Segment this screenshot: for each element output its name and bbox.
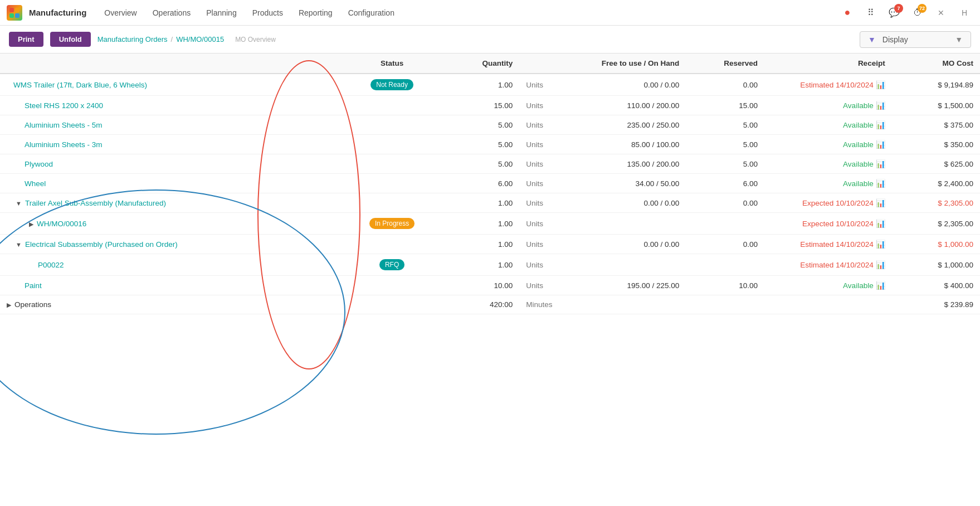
th-status: Status xyxy=(343,53,441,74)
th-unit xyxy=(519,53,568,74)
receipt-available: Available 📊 xyxy=(771,101,885,110)
reserved-cell: 5.00 xyxy=(686,154,764,174)
display-dropdown[interactable]: ▼ Display ▼ xyxy=(860,31,971,48)
table-row: ▼Electrical Subassembly (Purchased on Or… xyxy=(0,235,980,254)
mo-cost-link[interactable]: $ 1,000.00 xyxy=(938,240,973,249)
close-icon-btn[interactable]: ✕ xyxy=(932,4,950,22)
unit-cell: Units xyxy=(519,135,568,154)
expand-arrow[interactable]: ▶ xyxy=(7,301,11,308)
nav-planning[interactable]: Planning xyxy=(199,6,243,20)
receipt-cell: Estimated 14/10/2024 📊 xyxy=(764,254,892,276)
status-cell: Not Ready xyxy=(343,74,441,96)
nav-overview[interactable]: Overview xyxy=(97,6,143,20)
expand-arrow[interactable]: ▼ xyxy=(7,200,22,207)
nav-products[interactable]: Products xyxy=(246,6,290,20)
breadcrumb-parent[interactable]: Manufacturing Orders xyxy=(97,35,168,43)
th-receipt: Receipt xyxy=(764,53,892,74)
page-subtitle: MO Overview xyxy=(235,36,276,43)
row-name-link[interactable]: Plywood xyxy=(25,160,53,168)
unit-cell: Units xyxy=(519,276,568,295)
mo-cost-value: $ 400.00 xyxy=(944,281,973,290)
chart-icon: 📊 xyxy=(876,198,885,207)
mo-cost-value: $ 2,400.00 xyxy=(938,179,973,188)
status-badge: In Progress xyxy=(369,218,415,229)
red-dot-btn[interactable]: ● xyxy=(838,4,856,22)
free-to-use-cell: 0.00 / 0.00 xyxy=(568,74,686,96)
reserved-cell xyxy=(686,254,764,276)
chat-icon-btn[interactable]: 💬 7 xyxy=(885,4,903,22)
user-btn[interactable]: H xyxy=(955,4,973,22)
nav-operations[interactable]: Operations xyxy=(146,6,197,20)
free-to-use-cell: 135.00 / 200.00 xyxy=(568,154,686,174)
status-badge: RFQ xyxy=(379,259,404,270)
secondary-bar: Print Unfold Manufacturing Orders / WH/M… xyxy=(0,26,980,53)
table-header-row: Status Quantity Free to use / On Hand Re… xyxy=(0,53,980,74)
row-name-link[interactable]: Aluminium Sheets - 5m xyxy=(25,121,103,129)
status-cell: In Progress xyxy=(343,213,441,235)
reserved-cell: 6.00 xyxy=(686,174,764,193)
mo-cost-cell: $ 2,400.00 xyxy=(892,174,980,193)
status-cell xyxy=(343,295,441,314)
receipt-cell: Estimated 14/10/2024 📊 xyxy=(764,74,892,96)
receipt-cell: Available 📊 xyxy=(764,96,892,115)
status-badge: Not Ready xyxy=(370,79,413,90)
expand-arrow[interactable]: ▼ xyxy=(7,241,22,248)
row-name: Operations xyxy=(14,300,51,309)
chat-badge: 7 xyxy=(894,4,903,13)
receipt-available: Available 📊 xyxy=(771,159,885,168)
row-name-link[interactable]: Paint xyxy=(25,281,42,290)
unit-cell: Units xyxy=(519,154,568,174)
expand-arrow[interactable]: ▶ xyxy=(7,221,33,227)
free-to-use-cell: 110.00 / 200.00 xyxy=(568,96,686,115)
th-quantity: Quantity xyxy=(441,53,520,74)
table-row: P00022RFQ1.00UnitsEstimated 14/10/2024 📊… xyxy=(0,254,980,276)
receipt-date: Estimated 14/10/2024 📊 xyxy=(771,80,885,89)
mo-overview-table: Status Quantity Free to use / On Hand Re… xyxy=(0,53,980,314)
status-cell xyxy=(343,235,441,254)
row-name-link[interactable]: Trailer Axel Sub-Assembly (Manufactured) xyxy=(25,199,166,207)
quantity-cell: 15.00 xyxy=(441,96,520,115)
print-button[interactable]: Print xyxy=(9,32,43,47)
mo-cost-cell: $ 2,305.00 xyxy=(892,193,980,213)
mo-cost-cell: $ 350.00 xyxy=(892,135,980,154)
unit-cell: Units xyxy=(519,115,568,135)
row-name-link[interactable]: Aluminium Sheets - 3m xyxy=(25,140,103,149)
table-row: ▼Trailer Axel Sub-Assembly (Manufactured… xyxy=(0,193,980,213)
th-name xyxy=(0,53,343,74)
grid-icon-btn[interactable]: ⠿ xyxy=(862,4,880,22)
receipt-cell: Expected 10/10/2024 📊 xyxy=(764,193,892,213)
mo-cost-value: $ 625.00 xyxy=(944,160,973,168)
status-cell xyxy=(343,193,441,213)
quantity-cell: 1.00 xyxy=(441,74,520,96)
status-cell xyxy=(343,135,441,154)
svg-rect-1 xyxy=(15,8,19,12)
mo-cost-cell: $ 1,000.00 xyxy=(892,254,980,276)
breadcrumb-current[interactable]: WH/MO/00015 xyxy=(176,35,224,43)
free-to-use-cell: 235.00 / 250.00 xyxy=(568,115,686,135)
unfold-button[interactable]: Unfold xyxy=(50,32,91,47)
row-name-link[interactable]: P00022 xyxy=(38,261,64,269)
mo-cost-cell: $ 625.00 xyxy=(892,154,980,174)
reserved-cell xyxy=(686,295,764,314)
clock-icon-btn[interactable]: ⏱ 72 xyxy=(909,4,927,22)
row-name-link[interactable]: WH/MO/00016 xyxy=(37,220,86,228)
mo-cost-value: $ 9,194.89 xyxy=(938,81,973,89)
status-cell xyxy=(343,115,441,135)
mo-cost-cell: $ 375.00 xyxy=(892,115,980,135)
receipt-cell xyxy=(764,295,892,314)
receipt-cell: Available 📊 xyxy=(764,135,892,154)
row-name-link[interactable]: WMS Trailer (17ft, Dark Blue, 6 Wheels) xyxy=(13,81,147,89)
nav-reporting[interactable]: Reporting xyxy=(292,6,339,20)
reserved-cell: 5.00 xyxy=(686,135,764,154)
row-name-link[interactable]: Wheel xyxy=(25,179,46,188)
mo-cost-cell: $ 239.89 xyxy=(892,295,980,314)
table-row: Aluminium Sheets - 5m5.00Units235.00 / 2… xyxy=(0,115,980,135)
th-free-to-use: Free to use / On Hand xyxy=(568,53,686,74)
mo-cost-cell: $ 2,305.00 xyxy=(892,213,980,235)
row-name-link[interactable]: Steel RHS 1200 x 2400 xyxy=(25,101,103,110)
row-name-link[interactable]: Electrical Subassembly (Purchased on Ord… xyxy=(25,240,178,249)
nav-configuration[interactable]: Configuration xyxy=(342,6,401,20)
mo-cost-link[interactable]: $ 2,305.00 xyxy=(938,199,973,207)
app-name: Manufacturing xyxy=(29,8,86,17)
reserved-cell: 5.00 xyxy=(686,115,764,135)
